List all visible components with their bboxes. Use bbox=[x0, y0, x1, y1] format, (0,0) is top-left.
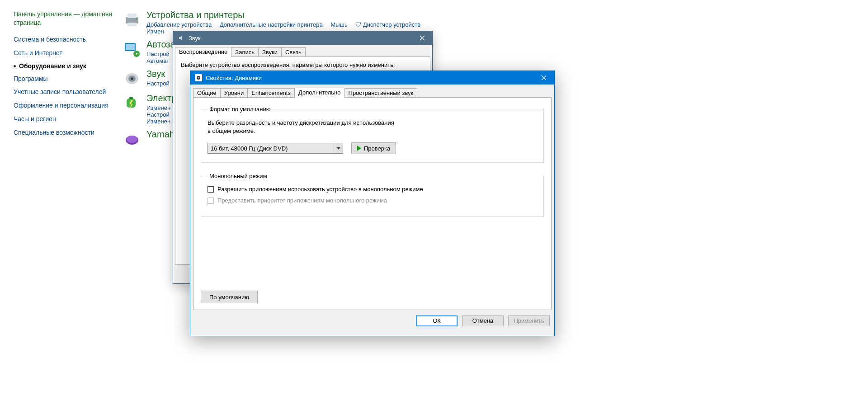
props-tab-general[interactable]: Общие bbox=[193, 88, 221, 97]
sidebar-link-accounts[interactable]: Учетные записи пользователей bbox=[14, 88, 115, 96]
sound-tabs: Воспроизведение Запись Звуки Связь bbox=[175, 47, 430, 57]
link-autoplay-b[interactable]: Автомат bbox=[146, 57, 169, 64]
svg-rect-5 bbox=[126, 44, 135, 50]
link-power-c[interactable]: Изменен bbox=[146, 118, 170, 125]
sound-dialog-icon bbox=[178, 34, 185, 42]
link-power-a[interactable]: Изменен bbox=[146, 104, 170, 111]
link-sound-a[interactable]: Настрой bbox=[146, 80, 170, 87]
group-default-format-legend: Формат по умолчанию bbox=[208, 106, 272, 113]
test-button[interactable]: Проверка bbox=[351, 142, 396, 154]
group-exclusive-mode: Монопольный режим Разрешить приложениям … bbox=[201, 173, 544, 217]
link-device-manager[interactable]: 🛡 Диспетчер устройств bbox=[355, 21, 427, 28]
group-exclusive-legend: Монопольный режим bbox=[208, 173, 269, 179]
restore-defaults-button[interactable]: По умолчанию bbox=[201, 291, 258, 303]
autoplay-icon bbox=[122, 39, 142, 59]
exclusive-allow-row: Разрешить приложениям использовать устро… bbox=[208, 186, 537, 193]
default-format-desc: Выберите разрядность и частоту дискретиз… bbox=[208, 119, 537, 135]
svg-rect-11 bbox=[129, 97, 133, 99]
speaker-properties-dialog: Свойства: Динамики Общие Уровни Enhancem… bbox=[190, 71, 555, 336]
exclusive-priority-label: Предоставить приоритет приложениям моноп… bbox=[217, 197, 387, 204]
svg-point-17 bbox=[198, 77, 199, 78]
svg-point-13 bbox=[127, 136, 137, 143]
active-bullet-icon bbox=[14, 65, 16, 67]
cat-autoplay-title[interactable]: Автоза bbox=[146, 39, 176, 50]
link-mouse[interactable]: Мышь bbox=[330, 21, 347, 28]
cat-yamaha-title[interactable]: Yamah bbox=[146, 129, 175, 140]
cat-sound-title[interactable]: Звук bbox=[146, 69, 176, 79]
yamaha-icon bbox=[122, 129, 142, 149]
sound-close-button[interactable] bbox=[412, 31, 432, 45]
exclusive-priority-row: Предоставить приоритет приложениям моноп… bbox=[208, 197, 537, 204]
sound-titlebar[interactable]: Звук bbox=[173, 31, 432, 45]
chevron-down-icon bbox=[337, 147, 340, 150]
control-panel-home-link[interactable]: Панель управления — домашняя страница bbox=[14, 10, 115, 27]
props-titlebar[interactable]: Свойства: Динамики bbox=[190, 71, 554, 85]
svg-rect-1 bbox=[127, 14, 137, 18]
group-default-format: Формат по умолчанию Выберите разрядность… bbox=[201, 106, 544, 163]
svg-rect-0 bbox=[126, 17, 138, 24]
props-tab-spatial[interactable]: Пространственный звук bbox=[344, 88, 418, 97]
sound-tab-sounds[interactable]: Звуки bbox=[258, 47, 282, 56]
format-combobox[interactable]: 16 бит, 48000 Гц (Диск DVD) bbox=[208, 143, 343, 154]
svg-point-3 bbox=[136, 18, 137, 19]
link-printer-settings[interactable]: Дополнительные настройки принтера bbox=[220, 21, 323, 28]
link-power-b[interactable]: Настрой bbox=[146, 111, 170, 118]
ok-button[interactable]: ОК bbox=[416, 315, 458, 326]
props-tab-levels[interactable]: Уровни bbox=[220, 88, 248, 97]
sound-tab-comm[interactable]: Связь bbox=[281, 47, 306, 56]
link-autoplay-a[interactable]: Настрой bbox=[146, 51, 170, 57]
sidebar-link-appearance[interactable]: Оформление и персонализация bbox=[14, 101, 115, 110]
cancel-button[interactable]: Отмена bbox=[462, 315, 504, 326]
play-icon bbox=[357, 146, 361, 151]
props-close-button[interactable] bbox=[533, 71, 554, 85]
link-add-device[interactable]: Добавление устройства bbox=[146, 21, 212, 28]
sound-dialog-title: Звук bbox=[189, 35, 201, 42]
format-combobox-value: 16 бит, 48000 Гц (Диск DVD) bbox=[208, 143, 334, 153]
printer-icon bbox=[122, 10, 142, 30]
exclusive-allow-checkbox[interactable] bbox=[208, 186, 214, 193]
sidebar-link-system[interactable]: Система и безопасность bbox=[14, 35, 115, 44]
cat-power-title[interactable]: Электр bbox=[146, 93, 177, 104]
sidebar-link-network[interactable]: Сеть и Интернет bbox=[14, 49, 115, 57]
sidebar-link-programs[interactable]: Программы bbox=[14, 75, 115, 83]
speaker-icon bbox=[122, 69, 142, 89]
exclusive-priority-checkbox bbox=[208, 198, 214, 204]
format-combobox-dropdown-button[interactable] bbox=[334, 143, 343, 153]
sidebar-link-accessibility[interactable]: Специальные возможности bbox=[14, 128, 115, 137]
svg-rect-2 bbox=[127, 23, 137, 26]
props-button-row: ОК Отмена Применить bbox=[190, 310, 554, 332]
cat-devices-title[interactable]: Устройства и принтеры bbox=[146, 10, 433, 20]
sidebar-link-clock[interactable]: Часы и регион bbox=[14, 115, 115, 123]
battery-icon bbox=[122, 93, 142, 113]
props-dialog-title: Свойства: Динамики bbox=[206, 75, 262, 81]
sound-tab-playback[interactable]: Воспроизведение bbox=[175, 47, 231, 57]
props-tab-enhancements[interactable]: Enhancements bbox=[247, 88, 295, 97]
apply-button: Применить bbox=[508, 315, 550, 326]
props-tabs: Общие Уровни Enhancements Дополнительно … bbox=[193, 87, 552, 98]
props-tab-advanced[interactable]: Дополнительно bbox=[294, 88, 345, 98]
svg-point-9 bbox=[131, 78, 133, 80]
sound-tab-recording[interactable]: Запись bbox=[231, 47, 259, 56]
exclusive-allow-label: Разрешить приложениям использовать устро… bbox=[217, 186, 423, 193]
sound-instruction: Выберите устройство воспроизведения, пар… bbox=[181, 61, 425, 68]
props-dialog-icon bbox=[195, 74, 202, 81]
cat-devices-links: Добавление устройства Дополнительные нас… bbox=[146, 21, 433, 28]
props-tab-body: Формат по умолчанию Выберите разрядность… bbox=[193, 98, 552, 310]
sidebar-link-hardware-active[interactable]: Оборудование и звук bbox=[14, 62, 115, 70]
control-panel-sidebar: Панель управления — домашняя страница Си… bbox=[14, 10, 115, 154]
